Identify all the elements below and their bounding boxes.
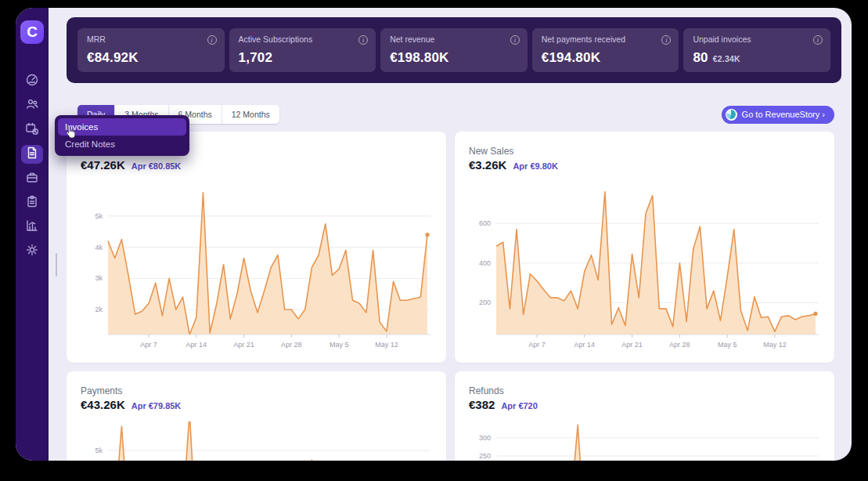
new-sales-area-chart: 200400600Apr 7Apr 14Apr 21Apr 28May 5May… (469, 182, 820, 359)
invoice-doc-icon (25, 146, 39, 163)
svg-text:May 12: May 12 (375, 341, 398, 349)
chart-month-value: Apr €79.85K (131, 401, 182, 410)
chart-card-payments: Payments €43.26K Apr €79.85K 2k3k4k5kApr… (67, 371, 446, 461)
kpi-label: Unpaid invoices (693, 34, 779, 45)
chart-card-refunds: Refunds €382 Apr €720 200250300Apr 7Apr … (455, 371, 834, 461)
main-content: MRR i €84.92K Active Subscriptions i 1,7… (49, 8, 852, 461)
sidebar-item-products[interactable] (21, 169, 43, 188)
kpi-label: Net payments received (542, 34, 628, 45)
scroll-indicator[interactable] (56, 253, 57, 277)
chart-title: Payments (81, 385, 432, 396)
kpi-card-unpaid-invoices: Unpaid invoices i 80 €2.34K (683, 28, 830, 72)
chart-total-value: €382 (469, 398, 495, 411)
chart-total-value: €3.26K (469, 158, 506, 172)
svg-text:250: 250 (479, 452, 491, 460)
kpi-value: €194.80K (542, 50, 600, 66)
svg-text:Apr 21: Apr 21 (621, 341, 643, 349)
kpi-value: €198.80K (390, 50, 448, 66)
sidebar-item-reports[interactable] (21, 218, 43, 237)
svg-text:Apr 7: Apr 7 (528, 341, 546, 349)
svg-text:Apr 14: Apr 14 (186, 341, 207, 349)
customers-icon (25, 97, 39, 114)
gear-icon (25, 243, 39, 260)
svg-text:May 12: May 12 (763, 341, 787, 349)
menu-item-invoices[interactable]: Invoices (58, 118, 186, 136)
bar-chart-icon (25, 219, 39, 236)
kpi-sub-value: €2.34K (713, 54, 740, 63)
dashboard-icon (25, 73, 39, 90)
sidebar-item-customers[interactable] (21, 96, 43, 115)
chart-title: Refunds (469, 385, 820, 396)
svg-text:3k: 3k (95, 274, 103, 282)
chart-month-value: Apr €9.80K (513, 161, 557, 171)
menu-item-credit-notes[interactable]: Credit Notes (58, 136, 186, 153)
svg-text:Apr 14: Apr 14 (574, 341, 596, 349)
kpi-value: 80 €2.34K (693, 50, 740, 66)
svg-text:5k: 5k (95, 447, 103, 454)
refunds-area-chart: 200250300Apr 7Apr 14Apr 21Apr 28May 5May… (469, 421, 820, 461)
payments-area-chart: 2k3k4k5kApr 7Apr 14Apr 21Apr 28May 5May … (81, 421, 432, 461)
kpi-card-mrr: MRR i €84.92K (77, 28, 225, 72)
kpi-bar: MRR i €84.92K Active Subscriptions i 1,7… (67, 17, 841, 83)
info-icon[interactable]: i (207, 35, 217, 45)
sidebar-item-invoices[interactable] (21, 145, 43, 164)
chart-card-new-sales: New Sales €3.26K Apr €9.80K 200400600Apr… (455, 132, 834, 363)
chargebee-logo[interactable]: C (20, 20, 44, 44)
chart-month-value: Apr €80.85K (131, 161, 182, 171)
sidebar-item-dashboard[interactable] (21, 72, 43, 91)
svg-text:May 5: May 5 (330, 341, 349, 349)
svg-text:Apr 7: Apr 7 (140, 341, 157, 349)
mouse-cursor-hand (64, 125, 77, 143)
info-icon[interactable]: i (358, 35, 368, 45)
kpi-value: 1,702 (239, 50, 273, 66)
svg-text:May 5: May 5 (718, 341, 737, 349)
chart-total-value: €47.26K (81, 158, 125, 172)
chart-month-value: Apr €720 (501, 401, 537, 410)
charts-grid: €47.26K Apr €80.85K 2k3k4k5kApr 7Apr 14A… (67, 132, 834, 461)
revenuestory-icon (726, 109, 737, 121)
tab-12-months[interactable]: 12 Months (222, 105, 279, 124)
svg-text:2k: 2k (95, 306, 103, 313)
kpi-value: €84.92K (87, 50, 139, 66)
go-to-revenuestory-button[interactable]: Go to RevenueStory › (722, 106, 834, 124)
kpi-card-net-revenue: Net revenue i €198.80K (380, 28, 528, 72)
info-icon[interactable]: i (661, 35, 671, 45)
sidebar-item-checkout[interactable] (21, 193, 43, 212)
kpi-card-active-subscriptions: Active Subscriptions i 1,702 (229, 28, 376, 72)
info-icon[interactable]: i (813, 35, 823, 45)
sidebar-nav (21, 72, 43, 261)
svg-text:Apr 28: Apr 28 (281, 341, 302, 349)
briefcase-icon (25, 170, 39, 187)
chart-card-invoices: €47.26K Apr €80.85K 2k3k4k5kApr 7Apr 14A… (67, 132, 446, 363)
svg-text:200: 200 (479, 298, 491, 306)
screenshot-stage: C (0, 0, 868, 481)
chart-title: New Sales (469, 146, 820, 157)
kpi-card-net-payments: Net payments received i €194.80K (532, 28, 679, 72)
info-icon[interactable]: i (510, 35, 520, 45)
app-window: C (16, 8, 852, 461)
invoices-area-chart: 2k3k4k5kApr 7Apr 14Apr 21Apr 28May 5May … (81, 182, 432, 359)
kpi-label: Net revenue (390, 34, 476, 45)
calendar-clock-icon (25, 121, 39, 139)
svg-text:600: 600 (479, 219, 491, 227)
svg-text:Apr 28: Apr 28 (669, 341, 690, 349)
sidebar-item-settings[interactable] (21, 242, 43, 261)
kpi-label: Active Subscriptions (239, 34, 325, 45)
svg-text:5k: 5k (95, 212, 103, 220)
revenuestory-label: Go to RevenueStory › (742, 110, 825, 119)
svg-text:300: 300 (479, 434, 491, 442)
svg-text:400: 400 (479, 259, 491, 267)
kpi-label: MRR (87, 34, 173, 45)
svg-text:4k: 4k (95, 244, 103, 251)
chart-total-value: €43.26K (81, 398, 125, 411)
svg-text:Apr 21: Apr 21 (233, 341, 254, 349)
sidebar: C (16, 8, 49, 461)
clipboard-icon (25, 194, 39, 212)
sidebar-item-subscriptions[interactable] (21, 121, 43, 139)
